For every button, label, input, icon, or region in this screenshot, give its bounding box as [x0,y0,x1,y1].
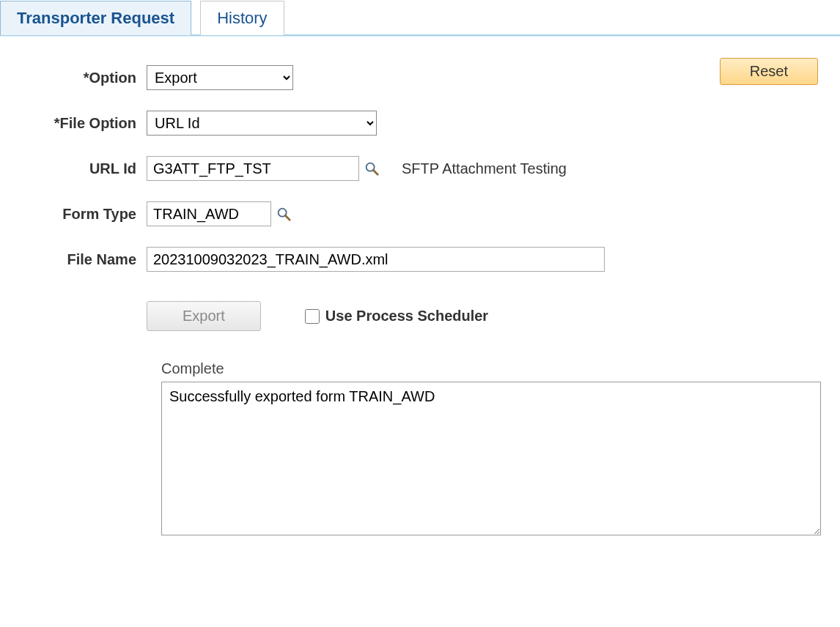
label-form-type: Form Type [22,206,147,223]
url-id-lookup-icon[interactable] [364,160,380,177]
magnifier-icon [364,160,380,177]
tab-bar: Transporter Request History [0,0,840,36]
status-message-box[interactable] [161,382,821,535]
url-id-description: SFTP Attachment Testing [402,160,567,177]
tab-transporter-request[interactable]: Transporter Request [0,1,191,35]
status-label: Complete [161,360,818,377]
label-option: *Option [22,70,147,86]
svg-line-1 [373,170,377,174]
option-select[interactable]: Export [147,65,293,90]
form-type-input[interactable] [147,201,271,226]
use-process-scheduler-label[interactable]: Use Process Scheduler [325,308,488,324]
tab-history[interactable]: History [200,1,284,35]
url-id-input[interactable] [147,156,359,181]
row-form-type: Form Type [22,201,818,226]
form-type-lookup-icon[interactable] [276,206,292,222]
status-section: Complete [22,360,818,539]
reset-button[interactable]: Reset [720,58,818,85]
export-button[interactable]: Export [147,301,261,331]
label-file-option: *File Option [22,115,147,132]
action-row: Export Use Process Scheduler [22,301,818,331]
row-file-option: *File Option URL Id [22,111,818,136]
svg-line-3 [285,215,290,220]
label-file-name: File Name [22,251,147,268]
row-file-name: File Name [22,247,818,272]
use-process-scheduler-wrap: Use Process Scheduler [305,308,488,324]
magnifier-icon [276,206,292,222]
file-option-select[interactable]: URL Id [147,111,377,136]
use-process-scheduler-checkbox[interactable] [305,309,320,324]
form-content: Reset *Option Export *File Option URL Id… [0,58,840,561]
row-option: *Option Export [22,65,818,90]
file-name-input[interactable] [147,247,605,272]
row-url-id: URL Id SFTP Attachment Testing [22,156,818,181]
label-url-id: URL Id [22,160,147,177]
